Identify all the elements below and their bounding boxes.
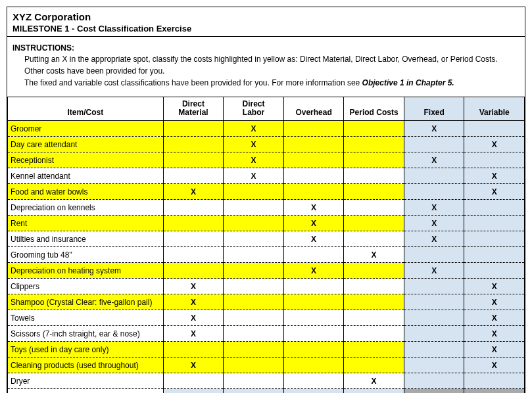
cell-direct-labor[interactable] bbox=[224, 231, 284, 247]
cell-direct-labor[interactable]: X bbox=[224, 137, 284, 152]
cell-overhead[interactable] bbox=[283, 279, 344, 294]
cell-direct-material[interactable] bbox=[163, 216, 224, 231]
cell-direct-material[interactable] bbox=[163, 231, 224, 247]
cell-fixed[interactable] bbox=[404, 168, 464, 184]
cell-direct-material[interactable] bbox=[163, 152, 224, 168]
cell-direct-labor[interactable] bbox=[224, 279, 284, 294]
cell-direct-labor[interactable] bbox=[224, 342, 284, 358]
cell-period-costs[interactable] bbox=[344, 168, 404, 184]
cell-period-costs[interactable] bbox=[344, 216, 404, 231]
cell-fixed[interactable]: X bbox=[404, 121, 464, 137]
cell-direct-labor[interactable] bbox=[224, 200, 284, 216]
cell-direct-material[interactable] bbox=[163, 263, 224, 279]
cell-direct-labor[interactable] bbox=[224, 184, 284, 200]
cell-direct-labor[interactable] bbox=[224, 373, 284, 389]
cell-fixed[interactable]: X bbox=[404, 263, 464, 279]
cell-direct-material[interactable] bbox=[163, 121, 224, 137]
cell-period-costs[interactable]: X bbox=[344, 247, 404, 263]
cell-direct-labor[interactable]: X bbox=[224, 121, 284, 137]
cell-period-costs[interactable] bbox=[344, 310, 404, 326]
cell-direct-material[interactable] bbox=[163, 247, 224, 263]
cell-variable[interactable] bbox=[464, 121, 525, 137]
cell-period-costs[interactable] bbox=[344, 326, 404, 342]
cell-overhead[interactable] bbox=[283, 373, 344, 389]
cell-direct-material[interactable] bbox=[163, 373, 224, 389]
cell-fixed[interactable]: X bbox=[404, 152, 464, 168]
cell-period-costs[interactable] bbox=[344, 137, 404, 152]
cell-variable[interactable]: X bbox=[464, 342, 525, 358]
cell-period-costs[interactable] bbox=[344, 200, 404, 216]
cell-fixed[interactable] bbox=[404, 373, 464, 389]
cell-direct-labor[interactable] bbox=[224, 247, 284, 263]
cell-period-costs[interactable] bbox=[344, 294, 404, 310]
cell-overhead[interactable]: X bbox=[283, 216, 344, 231]
cell-overhead[interactable] bbox=[283, 184, 344, 200]
cell-direct-labor[interactable] bbox=[224, 310, 284, 326]
cell-fixed[interactable] bbox=[404, 310, 464, 326]
cell-direct-labor[interactable]: X bbox=[224, 168, 284, 184]
cell-fixed[interactable]: X bbox=[404, 200, 464, 216]
cell-direct-material[interactable] bbox=[163, 137, 224, 152]
cell-fixed[interactable]: X bbox=[404, 231, 464, 247]
cell-variable[interactable] bbox=[464, 373, 525, 389]
cell-period-costs[interactable] bbox=[344, 231, 404, 247]
cell-direct-material[interactable]: X bbox=[163, 326, 224, 342]
cell-direct-material[interactable] bbox=[163, 342, 224, 358]
cell-period-costs[interactable] bbox=[344, 184, 404, 200]
cell-direct-material[interactable]: X bbox=[163, 184, 224, 200]
cell-overhead[interactable] bbox=[283, 358, 344, 373]
cell-variable[interactable]: X bbox=[464, 168, 525, 184]
cell-variable[interactable] bbox=[464, 247, 525, 263]
cell-direct-material[interactable] bbox=[163, 200, 224, 216]
cell-fixed[interactable] bbox=[404, 184, 464, 200]
cell-variable[interactable] bbox=[464, 200, 525, 216]
cell-direct-material[interactable]: X bbox=[163, 279, 224, 294]
cell-overhead[interactable] bbox=[283, 326, 344, 342]
cell-variable[interactable] bbox=[464, 216, 525, 231]
cell-variable[interactable]: X bbox=[464, 358, 525, 373]
cell-variable[interactable] bbox=[464, 152, 525, 168]
cell-direct-labor[interactable] bbox=[224, 216, 284, 231]
cell-overhead[interactable] bbox=[283, 247, 344, 263]
cell-direct-material[interactable] bbox=[163, 168, 224, 184]
cell-overhead[interactable]: X bbox=[283, 263, 344, 279]
cell-fixed[interactable] bbox=[404, 247, 464, 263]
cell-direct-material[interactable]: X bbox=[163, 358, 224, 373]
cell-variable[interactable]: X bbox=[464, 310, 525, 326]
cell-period-costs[interactable] bbox=[344, 152, 404, 168]
cell-direct-labor[interactable] bbox=[224, 294, 284, 310]
cell-direct-material[interactable]: X bbox=[163, 310, 224, 326]
cell-direct-material[interactable]: X bbox=[163, 294, 224, 310]
cell-period-costs[interactable]: X bbox=[344, 373, 404, 389]
cell-variable[interactable]: X bbox=[464, 184, 525, 200]
cell-fixed[interactable] bbox=[404, 294, 464, 310]
cell-overhead[interactable] bbox=[283, 137, 344, 152]
cell-variable[interactable] bbox=[464, 231, 525, 247]
cell-fixed[interactable]: X bbox=[404, 216, 464, 231]
cell-direct-labor[interactable]: X bbox=[224, 152, 284, 168]
cell-overhead[interactable]: X bbox=[283, 200, 344, 216]
cell-direct-labor[interactable] bbox=[224, 263, 284, 279]
cell-variable[interactable]: X bbox=[464, 279, 525, 294]
cell-variable[interactable] bbox=[464, 263, 525, 279]
cell-variable[interactable]: X bbox=[464, 294, 525, 310]
cell-overhead[interactable] bbox=[283, 310, 344, 326]
cell-fixed[interactable] bbox=[404, 358, 464, 373]
cell-overhead[interactable] bbox=[283, 342, 344, 358]
cell-overhead[interactable] bbox=[283, 152, 344, 168]
cell-fixed[interactable] bbox=[404, 279, 464, 294]
cell-period-costs[interactable] bbox=[344, 121, 404, 137]
cell-overhead[interactable] bbox=[283, 121, 344, 137]
cell-period-costs[interactable] bbox=[344, 279, 404, 294]
cell-variable[interactable]: X bbox=[464, 326, 525, 342]
cell-period-costs[interactable] bbox=[344, 342, 404, 358]
cell-period-costs[interactable] bbox=[344, 263, 404, 279]
cell-direct-labor[interactable] bbox=[224, 358, 284, 373]
cell-overhead[interactable]: X bbox=[283, 231, 344, 247]
cell-overhead[interactable] bbox=[283, 168, 344, 184]
cell-direct-labor[interactable] bbox=[224, 326, 284, 342]
cell-variable[interactable]: X bbox=[464, 137, 525, 152]
cell-fixed[interactable] bbox=[404, 342, 464, 358]
cell-fixed[interactable] bbox=[404, 326, 464, 342]
cell-period-costs[interactable] bbox=[344, 358, 404, 373]
